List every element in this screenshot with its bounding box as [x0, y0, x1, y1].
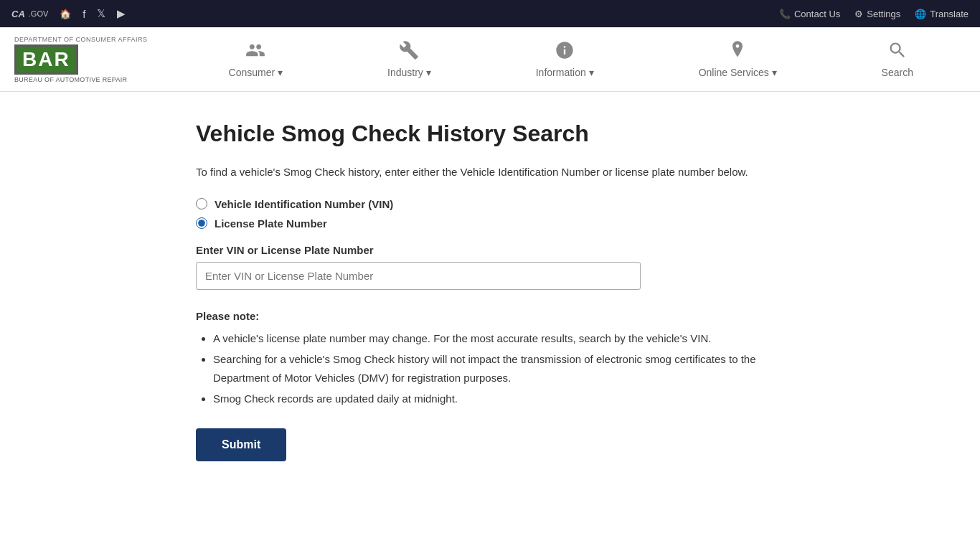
youtube-icon: ▶: [117, 7, 126, 20]
globe-icon: 🌐: [915, 9, 926, 19]
dept-label: DEPARTMENT OF CONSUMER AFFAIRS: [14, 36, 148, 43]
note-item-2: Searching for a vehicle's Smog Check his…: [213, 350, 784, 387]
contact-us-link[interactable]: 📞 Contact Us: [779, 9, 840, 19]
logo-area: DEPARTMENT OF CONSUMER AFFAIRS BAR Burea…: [14, 36, 148, 83]
page-title: Vehicle Smog Check History Search: [196, 121, 784, 147]
top-bar-left: CA.GOV 🏠 f 𝕏 ▶: [11, 7, 126, 20]
facebook-link[interactable]: f: [83, 8, 85, 20]
note-list: A vehicle's license plate number may cha…: [196, 329, 784, 408]
submit-button[interactable]: Submit: [196, 428, 286, 461]
information-label: Information ▾: [536, 67, 594, 78]
search-icon: [887, 40, 908, 62]
nav-item-consumer[interactable]: Consumer ▾: [215, 27, 297, 91]
note-item-1: A vehicle's license plate number may cha…: [213, 329, 784, 348]
consumer-icon: [245, 40, 265, 62]
youtube-link[interactable]: ▶: [117, 7, 126, 20]
gear-icon: ⚙: [854, 9, 863, 19]
top-bar-right: 📞 Contact Us ⚙ Settings 🌐 Translate: [779, 9, 969, 19]
online-services-label: Online Services ▾: [699, 67, 777, 78]
note-item-3: Smog Check records are updated daily at …: [213, 390, 784, 408]
vin-license-input[interactable]: [196, 262, 641, 290]
facebook-icon: f: [83, 8, 85, 20]
logo-subtitle: Bureau of Automotive Repair: [14, 76, 148, 83]
search-type-radio-group: Vehicle Identification Number (VIN) Lice…: [196, 198, 784, 230]
vin-radio-option[interactable]: Vehicle Identification Number (VIN): [196, 198, 784, 210]
plate-radio-label[interactable]: License Plate Number: [215, 217, 327, 230]
nav-item-online-services[interactable]: Online Services ▾: [684, 27, 791, 91]
note-section: Please note: A vehicle's license plate n…: [196, 310, 784, 408]
twitter-link[interactable]: 𝕏: [97, 7, 105, 20]
bar-logo-text: BAR: [14, 44, 78, 75]
twitter-icon: 𝕏: [97, 7, 105, 20]
input-label: Enter VIN or License Plate Number: [196, 244, 784, 256]
home-link[interactable]: 🏠: [60, 9, 71, 19]
plate-radio-option[interactable]: License Plate Number: [196, 217, 784, 230]
top-bar: CA.GOV 🏠 f 𝕏 ▶ 📞 Contact Us ⚙ Settings 🌐…: [0, 0, 980, 27]
vin-radio[interactable]: [196, 198, 207, 209]
note-title: Please note:: [196, 310, 784, 322]
online-services-icon: [727, 40, 748, 62]
nav-bar: DEPARTMENT OF CONSUMER AFFAIRS BAR Burea…: [0, 27, 980, 92]
logo-image: BAR: [14, 44, 148, 75]
vin-radio-label[interactable]: Vehicle Identification Number (VIN): [215, 198, 393, 210]
main-content: Vehicle Smog Check History Search To fin…: [167, 121, 813, 461]
nav-item-industry[interactable]: Industry ▾: [373, 27, 446, 91]
contact-icon: 📞: [779, 9, 791, 19]
settings-link[interactable]: ⚙ Settings: [854, 9, 900, 19]
translate-link[interactable]: 🌐 Translate: [915, 9, 969, 19]
ca-gov-logo[interactable]: CA.GOV: [11, 9, 48, 19]
main-nav: Consumer ▾ Industry ▾ Information ▾: [176, 27, 966, 91]
plate-radio[interactable]: [196, 217, 207, 229]
industry-icon: [399, 40, 419, 62]
consumer-label: Consumer ▾: [229, 67, 283, 78]
nav-item-information[interactable]: Information ▾: [522, 27, 608, 91]
search-label: Search: [882, 67, 913, 78]
home-icon: 🏠: [60, 9, 71, 19]
page-description: To find a vehicle's Smog Check history, …: [196, 164, 784, 181]
industry-label: Industry ▾: [387, 67, 431, 78]
nav-item-search[interactable]: Search: [867, 27, 928, 91]
information-icon: [555, 40, 575, 62]
